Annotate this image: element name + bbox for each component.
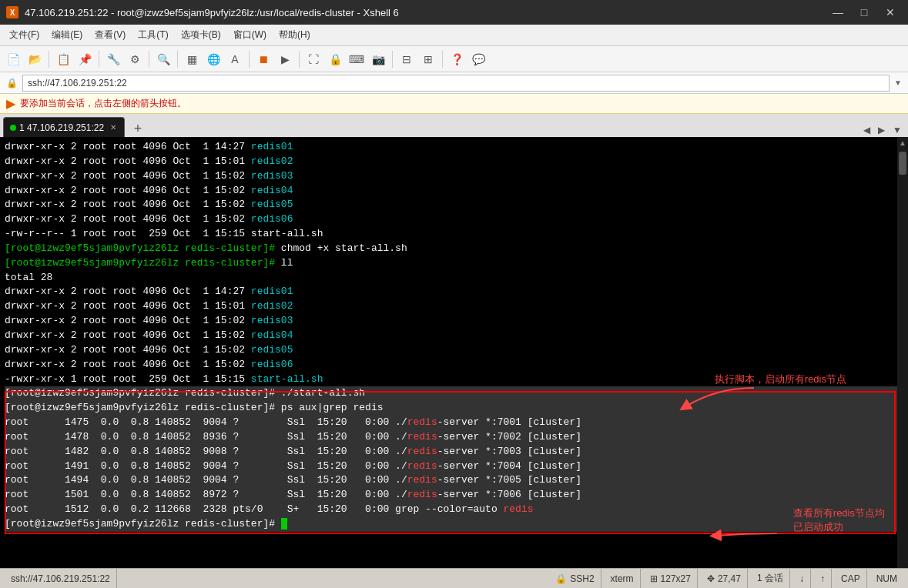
tab-status-dot bbox=[10, 125, 16, 131]
vertical-scrollbar[interactable]: ▲ bbox=[897, 137, 908, 568]
status-size: ⊞ 127x27 bbox=[644, 569, 698, 588]
info-bar: ▶ 要添加当前会话，点击左侧的箭头按钮。 bbox=[0, 94, 908, 114]
menu-view[interactable]: 查看(V) bbox=[89, 25, 132, 45]
address-bar: 🔒 ▼ bbox=[0, 72, 908, 94]
menu-tools[interactable]: 工具(T) bbox=[132, 25, 174, 45]
connect-button[interactable]: 🌐 bbox=[203, 49, 223, 69]
app-icon: X bbox=[6, 6, 18, 18]
status-ssh: 🔒 SSH2 bbox=[549, 569, 601, 588]
status-bar: ssh://47.106.219.251:22 🔒 SSH2 xterm ⊞ 1… bbox=[0, 568, 908, 588]
scrollbar-thumb[interactable] bbox=[899, 152, 906, 175]
status-num: NUM bbox=[870, 569, 903, 588]
status-cap: CAP bbox=[835, 569, 867, 588]
tab-prev-button[interactable]: ◀ bbox=[860, 123, 873, 137]
info-text: 要添加当前会话，点击左侧的箭头按钮。 bbox=[20, 97, 186, 110]
address-dropdown[interactable]: ▼ bbox=[894, 79, 902, 87]
menu-bar: 文件(F) 编辑(E) 查看(V) 工具(T) 选项卡(B) 窗口(W) 帮助(… bbox=[0, 25, 908, 46]
status-cursor: ✥ 27,47 bbox=[701, 569, 748, 588]
menu-window[interactable]: 窗口(W) bbox=[227, 25, 273, 45]
tab-next-button[interactable]: ▶ bbox=[875, 123, 888, 137]
toolbar-separator-7 bbox=[392, 51, 393, 68]
toolbar-separator-2 bbox=[99, 51, 99, 68]
tab-1[interactable]: 1 47.106.219.251:22 ✕ bbox=[3, 117, 125, 137]
help-button[interactable]: ❓ bbox=[447, 49, 467, 69]
terminal-output[interactable]: drwxr-xr-x 2 root root 4096 Oct 1 14:27 … bbox=[0, 137, 908, 568]
address-input[interactable] bbox=[22, 75, 890, 92]
toolbar-separator-1 bbox=[49, 51, 49, 68]
maximize-button[interactable]: □ bbox=[853, 3, 876, 22]
split-button[interactable]: ⊟ bbox=[397, 49, 417, 69]
status-address: ssh://47.106.219.251:22 bbox=[5, 569, 117, 588]
toolbar-separator-4 bbox=[177, 51, 178, 68]
menu-file[interactable]: 文件(F) bbox=[3, 25, 45, 45]
new-session-button[interactable]: 📄 bbox=[3, 49, 23, 69]
font-button[interactable]: A bbox=[225, 49, 245, 69]
lock-icon: 🔒 bbox=[6, 78, 18, 89]
paste-button[interactable]: 📌 bbox=[75, 49, 95, 69]
close-button[interactable]: ✕ bbox=[879, 3, 902, 22]
properties-button[interactable]: 🔧 bbox=[103, 49, 123, 69]
merge-button[interactable]: ⊞ bbox=[418, 49, 438, 69]
scroll-up-button[interactable]: ▲ bbox=[897, 137, 908, 149]
menu-tab[interactable]: 选项卡(B) bbox=[175, 25, 227, 45]
keyboard-button[interactable]: ⌨ bbox=[347, 49, 367, 69]
status-num-label: NUM bbox=[876, 573, 897, 584]
copy-button[interactable]: 📋 bbox=[53, 49, 73, 69]
open-button[interactable]: 📂 bbox=[25, 49, 45, 69]
size-icon: ⊞ bbox=[650, 573, 658, 584]
toolbar-separator-5 bbox=[249, 51, 250, 68]
stop-button[interactable]: ⏹ bbox=[253, 49, 273, 69]
settings-button[interactable]: ⚙ bbox=[125, 49, 145, 69]
status-size-label: 127x27 bbox=[661, 573, 691, 584]
title-bar: X 47.106.219.251:22 - root@izwz9ef5sjam9… bbox=[0, 0, 908, 25]
scroll-down-icon[interactable]: ↓ bbox=[799, 573, 804, 584]
grid-button[interactable]: ▦ bbox=[182, 49, 202, 69]
window-controls: — □ ✕ bbox=[826, 3, 902, 22]
snap-button[interactable]: 📷 bbox=[368, 49, 388, 69]
toolbar: 📄 📂 📋 📌 🔧 ⚙ 🔍 ▦ 🌐 A ⏹ ▶ ⛶ 🔒 ⌨ 📷 ⊟ ⊞ ❓ 💬 bbox=[0, 46, 908, 72]
menu-help[interactable]: 帮助(H) bbox=[273, 25, 317, 45]
lock-button[interactable]: 🔒 bbox=[325, 49, 345, 69]
tab-nav: ◀ ▶ ▼ bbox=[860, 123, 905, 137]
menu-edit[interactable]: 编辑(E) bbox=[45, 25, 89, 45]
status-scroll-down[interactable]: ↓ bbox=[793, 569, 811, 588]
status-cap-label: CAP bbox=[841, 573, 860, 584]
app-window: X 47.106.219.251:22 - root@izwz9ef5sjam9… bbox=[0, 0, 908, 588]
status-ssh-label: SSH2 bbox=[570, 573, 594, 584]
tab-1-label: 1 47.106.219.251:22 bbox=[19, 122, 104, 133]
tab-bar: 1 47.106.219.251:22 ✕ + ◀ ▶ ▼ bbox=[0, 114, 908, 137]
status-ssh-icon: 🔒 bbox=[555, 573, 567, 584]
title-bar-left: X 47.106.219.251:22 - root@izwz9ef5sjam9… bbox=[6, 6, 399, 18]
status-sessions-label: 1 会话 bbox=[757, 572, 783, 585]
toolbar-separator-8 bbox=[442, 51, 443, 68]
info-arrow-icon: ▶ bbox=[6, 96, 15, 111]
scroll-up-icon[interactable]: ↑ bbox=[820, 573, 825, 584]
add-tab-button[interactable]: + bbox=[128, 120, 148, 137]
tab-1-close[interactable]: ✕ bbox=[110, 123, 116, 132]
fullscreen-button[interactable]: ⛶ bbox=[303, 49, 323, 69]
window-title: 47.106.219.251:22 - root@izwz9ef5sjam9pv… bbox=[25, 7, 399, 18]
status-xterm: xterm bbox=[605, 569, 641, 588]
status-address-label: ssh://47.106.219.251:22 bbox=[11, 573, 110, 584]
cursor-icon: ✥ bbox=[707, 573, 715, 584]
status-sessions: 1 会话 bbox=[751, 569, 790, 588]
terminal-area[interactable]: drwxr-xr-x 2 root root 4096 Oct 1 14:27 … bbox=[0, 137, 908, 568]
status-cursor-label: 27,47 bbox=[718, 573, 741, 584]
status-scroll-up[interactable]: ↑ bbox=[814, 569, 832, 588]
chat-button[interactable]: 💬 bbox=[468, 49, 488, 69]
toolbar-separator-3 bbox=[149, 51, 149, 68]
status-xterm-label: xterm bbox=[611, 573, 634, 584]
play-button[interactable]: ▶ bbox=[275, 49, 295, 69]
tab-menu-button[interactable]: ▼ bbox=[890, 123, 905, 137]
search-button[interactable]: 🔍 bbox=[153, 49, 173, 69]
toolbar-separator-6 bbox=[299, 51, 300, 68]
minimize-button[interactable]: — bbox=[826, 3, 849, 22]
